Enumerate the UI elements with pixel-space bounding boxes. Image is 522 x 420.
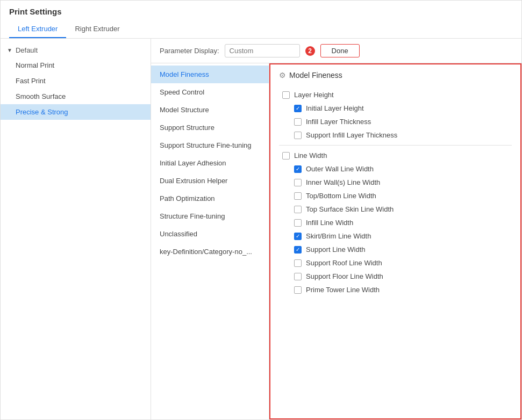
- category-list: Model Fineness Speed Control Model Struc…: [151, 63, 269, 419]
- checkbox-support-roof[interactable]: [294, 259, 302, 267]
- check-support-roof[interactable]: Support Roof Line Width: [279, 256, 512, 270]
- sidebar-item-precise[interactable]: Precise & Strong: [1, 104, 151, 120]
- check-parent-layer-height[interactable]: Layer Height: [279, 88, 512, 102]
- checklist-panel: ⚙ Model Fineness Layer Height Initial La…: [269, 63, 521, 419]
- check-group-layer-height: Layer Height Initial Layer Height Infill…: [279, 88, 512, 142]
- category-item-structure-fine[interactable]: Structure Fine-tuning: [151, 207, 269, 225]
- label-initial-layer-height: Initial Layer Height: [306, 104, 364, 112]
- checkbox-prime-tower[interactable]: [294, 286, 302, 294]
- label-outer-wall: Outer Wall Line Width: [306, 165, 374, 173]
- check-support-line[interactable]: Support Line Width: [279, 243, 512, 256]
- content-panels: Model Fineness Speed Control Model Struc…: [151, 63, 521, 419]
- label-infill-line: Infill Line Width: [306, 219, 353, 227]
- checkbox-support-floor[interactable]: [294, 273, 302, 280]
- tab-left-extruder[interactable]: Left Extruder: [9, 20, 66, 38]
- check-initial-layer-height[interactable]: Initial Layer Height: [279, 102, 512, 115]
- checkbox-outer-wall[interactable]: [294, 165, 302, 173]
- checklist-header: ⚙ Model Fineness: [279, 71, 512, 83]
- checkbox-layer-height[interactable]: [282, 91, 290, 99]
- label-layer-height: Layer Height: [294, 91, 334, 99]
- checkbox-infill-layer-thickness[interactable]: [294, 118, 302, 126]
- category-item-support-structure[interactable]: Support Structure: [151, 119, 269, 136]
- check-infill-line[interactable]: Infill Line Width: [279, 216, 512, 229]
- app-title: Print Settings: [9, 7, 513, 16]
- check-group-line-width: Line Width Outer Wall Line Width Inner W…: [279, 149, 512, 296]
- sidebar-item-fast[interactable]: Fast Print: [1, 73, 151, 89]
- tab-right-extruder[interactable]: Right Extruder: [66, 20, 128, 38]
- checkbox-line-width[interactable]: [282, 152, 290, 160]
- checkbox-top-bottom[interactable]: [294, 192, 302, 200]
- category-item-initial-layer[interactable]: Initial Layer Adhesion: [151, 154, 269, 172]
- checkbox-initial-layer-height[interactable]: [294, 105, 302, 112]
- check-parent-line-width[interactable]: Line Width: [279, 149, 512, 162]
- done-button[interactable]: Done: [320, 44, 360, 57]
- check-top-surface[interactable]: Top Surface Skin Line Width: [279, 202, 512, 216]
- main-content: ▼ Default Normal Print Fast Print Smooth…: [1, 39, 521, 419]
- sidebar-group-header[interactable]: ▼ Default: [1, 43, 151, 57]
- checkbox-top-surface[interactable]: [294, 206, 302, 213]
- label-skirt-brim: Skirt/Brim Line Width: [306, 232, 371, 240]
- sidebar-item-smooth[interactable]: Smooth Surface: [1, 89, 151, 104]
- label-top-surface: Top Surface Skin Line Width: [306, 205, 394, 213]
- parameter-display-input[interactable]: [225, 44, 300, 57]
- check-outer-wall[interactable]: Outer Wall Line Width: [279, 162, 512, 176]
- title-bar: Print Settings Left Extruder Right Extru…: [1, 1, 521, 39]
- right-area: Parameter Display: 2 Done Model Fineness…: [151, 39, 521, 419]
- label-prime-tower: Prime Tower Line Width: [306, 286, 380, 294]
- label-infill-layer-thickness: Infill Layer Thickness: [306, 118, 371, 126]
- label-inner-wall: Inner Wall(s) Line Width: [306, 178, 380, 186]
- app-container: Print Settings Left Extruder Right Extru…: [0, 0, 522, 420]
- sidebar: ▼ Default Normal Print Fast Print Smooth…: [1, 39, 151, 419]
- check-prime-tower[interactable]: Prime Tower Line Width: [279, 283, 512, 296]
- parameter-display-label: Parameter Display:: [160, 47, 219, 55]
- check-infill-layer-thickness[interactable]: Infill Layer Thickness: [279, 115, 512, 128]
- category-item-dual-extrusion[interactable]: Dual Extrusion Helper: [151, 172, 269, 190]
- category-item-unclassified[interactable]: Unclassified: [151, 225, 269, 243]
- category-item-model-fineness[interactable]: Model Fineness: [151, 66, 269, 83]
- checkbox-inner-wall[interactable]: [294, 179, 302, 186]
- checkbox-support-line[interactable]: [294, 246, 302, 254]
- gear-icon: ⚙: [279, 71, 286, 79]
- category-item-support-fine-tuning[interactable]: Support Structure Fine-tuning: [151, 136, 269, 154]
- check-skirt-brim[interactable]: Skirt/Brim Line Width: [279, 229, 512, 243]
- category-item-path-opt[interactable]: Path Optimization: [151, 190, 269, 207]
- divider-1: [279, 145, 512, 146]
- sidebar-item-normal[interactable]: Normal Print: [1, 57, 151, 73]
- check-support-infill-thickness[interactable]: Support Infill Layer Thickness: [279, 128, 512, 142]
- label-support-floor: Support Floor Line Width: [306, 272, 383, 280]
- label-support-line: Support Line Width: [306, 245, 366, 254]
- label-line-width: Line Width: [294, 151, 327, 160]
- checkbox-skirt-brim[interactable]: [294, 233, 302, 240]
- tabs-row: Left Extruder Right Extruder: [9, 20, 513, 38]
- category-item-speed-control[interactable]: Speed Control: [151, 83, 269, 101]
- category-item-model-structure[interactable]: Model Structure: [151, 101, 269, 119]
- arrow-icon: ▼: [7, 47, 12, 53]
- check-top-bottom[interactable]: Top/Bottom Line Width: [279, 189, 512, 202]
- label-support-infill-thickness: Support Infill Layer Thickness: [306, 131, 397, 139]
- checkbox-support-infill-thickness[interactable]: [294, 132, 302, 139]
- badge-2: 2: [305, 46, 315, 56]
- checkbox-infill-line[interactable]: [294, 219, 302, 227]
- sidebar-group-label: Default: [16, 46, 38, 54]
- checklist-title: Model Fineness: [289, 71, 342, 79]
- category-item-key-def[interactable]: key-Definition/Category-no_...: [151, 243, 269, 260]
- label-support-roof: Support Roof Line Width: [306, 259, 382, 267]
- parameter-bar: Parameter Display: 2 Done: [151, 39, 521, 63]
- check-support-floor[interactable]: Support Floor Line Width: [279, 270, 512, 283]
- label-top-bottom: Top/Bottom Line Width: [306, 192, 376, 200]
- check-inner-wall[interactable]: Inner Wall(s) Line Width: [279, 176, 512, 189]
